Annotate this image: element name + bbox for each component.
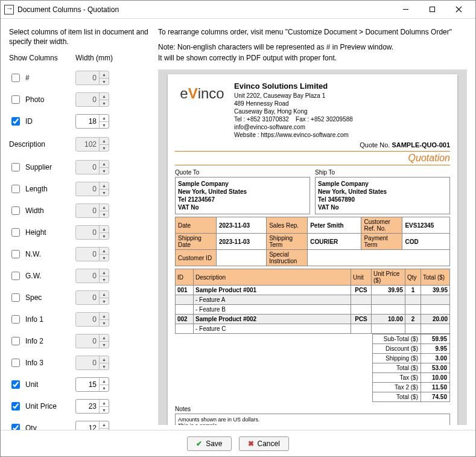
column-checkbox-label[interactable]: Info 2: [9, 335, 75, 347]
column-width-spinner[interactable]: ▲▼: [75, 114, 109, 129]
chevron-up-icon[interactable]: ▲: [100, 378, 109, 385]
column-checkbox-label[interactable]: Unit: [9, 379, 75, 391]
cancel-button[interactable]: ✖ Cancel: [239, 436, 289, 451]
titlebar: Document Columns - Quotation: [1, 1, 475, 19]
preview-area[interactable]: eVinco Evinco Solutions Limited Unit 220…: [158, 69, 467, 425]
column-width-input: [76, 95, 99, 104]
column-row: G.W. ▲▼: [9, 265, 148, 287]
column-label: Unit: [25, 380, 38, 389]
column-row: Supplier ▲▼: [9, 156, 148, 178]
chevron-down-icon: ▼: [100, 168, 109, 174]
spinner-arrows: ▲▼: [99, 226, 109, 239]
column-checkbox-label[interactable]: Supplier: [9, 161, 75, 173]
column-checkbox[interactable]: [11, 315, 20, 324]
column-checkbox[interactable]: [11, 250, 20, 258]
check-icon: ✔: [196, 439, 202, 448]
chevron-down-icon: ▼: [100, 320, 109, 327]
column-checkbox-label[interactable]: #: [9, 72, 75, 84]
column-width-input: [76, 206, 99, 215]
left-instruction: Select columns of item list in document …: [9, 27, 148, 46]
column-checkbox-label[interactable]: Height: [9, 226, 75, 238]
chevron-up-icon[interactable]: ▲: [100, 115, 109, 122]
column-row: Height ▲▼: [9, 222, 148, 243]
chevron-down-icon[interactable]: ▼: [100, 122, 109, 129]
column-checkbox[interactable]: [11, 117, 20, 126]
column-checkbox[interactable]: [11, 402, 20, 411]
column-checkbox-label[interactable]: Width: [9, 205, 75, 217]
column-row: N.W. ▲▼: [9, 243, 148, 265]
column-checkbox-label[interactable]: ID: [9, 115, 75, 127]
column-label: Width: [25, 206, 44, 215]
column-checkbox[interactable]: [11, 185, 20, 193]
column-label: Info 2: [25, 337, 43, 345]
company-logo: eVinco: [175, 81, 229, 139]
column-label: Spec: [25, 293, 42, 302]
preview-page: eVinco Evinco Solutions Limited Unit 220…: [168, 74, 457, 425]
spinner-arrows[interactable]: ▲▼: [99, 421, 109, 430]
column-width-spinner[interactable]: ▲▼: [75, 399, 109, 414]
column-row: Info 2 ▲▼: [9, 330, 148, 352]
column-width-spinner: ▲▼: [75, 247, 109, 261]
column-checkbox-label[interactable]: Info 3: [9, 357, 75, 369]
column-checkbox[interactable]: [11, 359, 20, 367]
column-width-input[interactable]: [76, 424, 99, 430]
maximize-button[interactable]: [419, 1, 445, 18]
column-width-input[interactable]: [76, 117, 99, 126]
chevron-up-icon: ▲: [100, 93, 109, 100]
chevron-up-icon: ▲: [100, 226, 109, 233]
close-button[interactable]: [445, 1, 472, 18]
column-checkbox-label[interactable]: Length: [9, 183, 75, 195]
column-checkbox[interactable]: [11, 380, 20, 389]
footer: ✔ Save ✖ Cancel: [1, 430, 475, 456]
column-checkbox[interactable]: [11, 95, 20, 104]
column-width-input: [76, 359, 99, 367]
column-checkbox[interactable]: [11, 293, 20, 302]
minimize-button[interactable]: [392, 1, 419, 18]
spinner-arrows[interactable]: ▲▼: [99, 115, 109, 128]
column-checkbox[interactable]: [11, 74, 20, 82]
chevron-up-icon: ▲: [100, 71, 109, 78]
column-row: Unit Price ▲▼: [9, 395, 148, 417]
column-label: ID: [25, 117, 33, 126]
column-label: G.W.: [25, 272, 42, 280]
column-checkbox[interactable]: [11, 228, 20, 237]
chevron-down-icon[interactable]: ▼: [100, 407, 109, 414]
chevron-down-icon: ▼: [100, 78, 109, 85]
column-row: Width ▲▼: [9, 200, 148, 222]
column-checkbox[interactable]: [11, 163, 20, 171]
column-checkbox-label[interactable]: Photo: [9, 94, 75, 106]
column-checkbox[interactable]: [11, 337, 20, 345]
column-width-spinner: ▲▼: [75, 182, 109, 196]
left-panel: Select columns of item list in document …: [1, 19, 154, 430]
column-width-input: [76, 250, 99, 258]
column-checkbox[interactable]: [11, 206, 20, 215]
column-width-spinner: ▲▼: [75, 334, 109, 348]
column-width-input[interactable]: [76, 402, 99, 411]
column-width-input: [76, 293, 99, 302]
column-checkbox-label[interactable]: Qty: [9, 422, 75, 430]
chevron-up-icon: ▲: [100, 291, 109, 298]
column-checkbox-label[interactable]: Unit Price: [9, 400, 75, 412]
spinner-arrows[interactable]: ▲▼: [99, 378, 109, 391]
column-row: ID ▲▼: [9, 110, 148, 132]
spinner-arrows[interactable]: ▲▼: [99, 400, 109, 413]
chevron-up-icon[interactable]: ▲: [100, 400, 109, 407]
column-row: Length ▲▼: [9, 178, 148, 200]
description-width-input: [76, 140, 99, 149]
header-show-columns: Show Columns: [9, 54, 75, 62]
chevron-up-icon[interactable]: ▲: [100, 421, 109, 429]
column-checkbox-label[interactable]: N.W.: [9, 248, 75, 260]
document-title: Quotation: [175, 151, 450, 165]
column-width-input[interactable]: [76, 380, 99, 389]
column-checkbox[interactable]: [11, 424, 20, 430]
column-width-spinner[interactable]: ▲▼: [75, 377, 109, 392]
save-button[interactable]: ✔ Save: [187, 436, 231, 451]
chevron-down-icon: ▼: [100, 298, 109, 305]
column-width-spinner[interactable]: ▲▼: [75, 421, 109, 430]
column-width-spinner: ▲▼: [75, 290, 109, 305]
column-checkbox-label[interactable]: Info 1: [9, 313, 75, 325]
chevron-down-icon[interactable]: ▼: [100, 385, 109, 392]
column-checkbox[interactable]: [11, 272, 20, 280]
column-checkbox-label[interactable]: Spec: [9, 292, 75, 304]
column-checkbox-label[interactable]: G.W.: [9, 270, 75, 282]
